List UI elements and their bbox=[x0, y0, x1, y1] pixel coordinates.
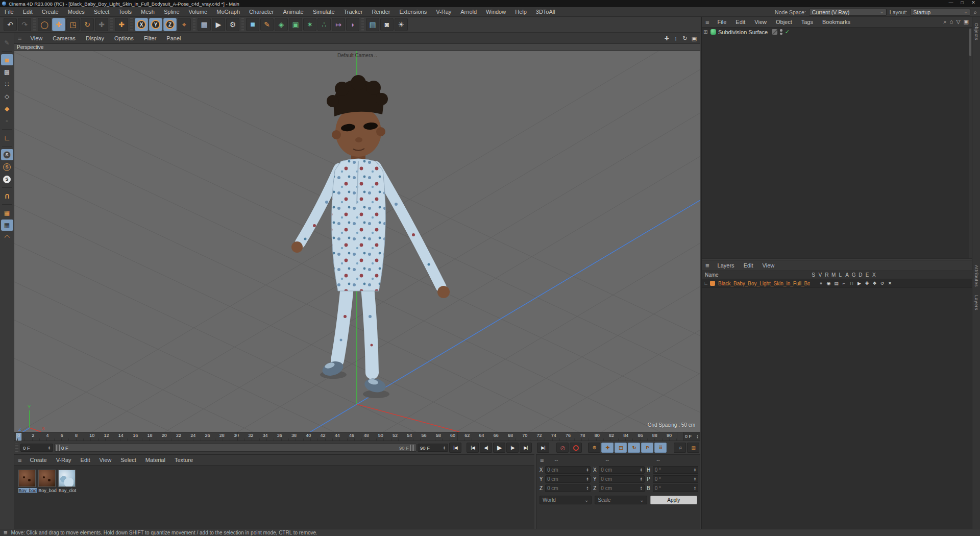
search-icon[interactable]: ⌕ bbox=[943, 18, 946, 25]
previous-frame-button[interactable]: ◀| bbox=[480, 443, 492, 453]
viewport-menu-item[interactable]: Filter bbox=[139, 35, 161, 41]
filter-icon[interactable]: ▽ bbox=[956, 18, 960, 25]
spline-pen-button[interactable]: ✎ bbox=[260, 18, 274, 31]
menu-item[interactable]: Tools bbox=[114, 9, 136, 15]
animation-icon[interactable]: ▶ bbox=[855, 281, 863, 286]
layers-menu-item[interactable]: Edit bbox=[739, 262, 758, 269]
tab-layers[interactable]: Layers bbox=[974, 292, 979, 313]
tab-objects[interactable]: Objects bbox=[974, 20, 979, 43]
keyframe-selection-button[interactable]: ⚙ bbox=[588, 443, 600, 453]
camera-button[interactable]: ◙ bbox=[380, 18, 394, 31]
menu-item[interactable]: Character bbox=[244, 9, 278, 15]
last-used-tool[interactable]: ✚ bbox=[115, 18, 128, 31]
material-menu-item[interactable]: Texture bbox=[170, 457, 198, 463]
menu-item[interactable]: File bbox=[0, 9, 18, 15]
layout-select[interactable]: Startup⌄ bbox=[910, 9, 970, 16]
range-start-handle[interactable] bbox=[56, 445, 60, 451]
make-editable-button[interactable]: ✎ bbox=[1, 37, 13, 48]
panel-icon[interactable]: ▣ bbox=[964, 18, 969, 25]
material-menu-item[interactable]: View bbox=[95, 457, 116, 463]
visibility-icon[interactable]: ◉ bbox=[825, 281, 832, 286]
menu-item[interactable]: Create bbox=[37, 9, 63, 15]
menu-item[interactable]: Window bbox=[481, 9, 510, 15]
rotate-view-icon[interactable]: ↻ bbox=[681, 35, 689, 42]
transform-mode-select[interactable]: Scale⌄ bbox=[595, 496, 647, 504]
key-parameter-toggle[interactable]: P bbox=[641, 443, 653, 453]
dolly-view-icon[interactable]: ↕ bbox=[672, 35, 680, 41]
enable-axis-button[interactable]: ∟ bbox=[1, 132, 13, 143]
previous-key-button[interactable]: |◀ bbox=[467, 443, 479, 453]
search-icon[interactable]: ⌕ bbox=[973, 9, 977, 16]
deformer-button[interactable]: ↦ bbox=[332, 18, 345, 31]
rotate-tool[interactable]: ↻ bbox=[81, 18, 94, 31]
expand-icon[interactable]: ⊞ bbox=[703, 29, 709, 35]
layer-row[interactable]: ∟ Black_Baby_Boy_Light_Skin_in_Full_Body… bbox=[702, 279, 972, 288]
tab-attributes[interactable]: Attributes bbox=[974, 262, 979, 290]
undo-button[interactable]: ↶ bbox=[4, 18, 17, 31]
next-key-button[interactable]: ▶| bbox=[520, 443, 532, 453]
hamburger-icon[interactable]: ≡ bbox=[702, 262, 713, 270]
goto-end-button[interactable]: ▶| bbox=[537, 443, 549, 453]
node-space-select[interactable]: Current (V-Ray)⌄ bbox=[809, 9, 887, 16]
lock-icon[interactable]: ⊓ bbox=[848, 281, 855, 286]
points-mode-button[interactable]: ∷ bbox=[1, 79, 13, 90]
home-icon[interactable]: ⌂ bbox=[949, 18, 953, 25]
visibility-dots[interactable] bbox=[780, 29, 782, 35]
size-z-field[interactable]: 0 cm▲▼ bbox=[599, 484, 644, 492]
object-manager-menu-item[interactable]: Object bbox=[771, 19, 797, 25]
rotation-p-field[interactable]: 0 °▲▼ bbox=[653, 475, 698, 483]
workplane-button[interactable]: ▦ bbox=[1, 207, 13, 218]
menu-item[interactable]: 3DToAll bbox=[531, 9, 560, 15]
render-view-button[interactable]: ▦ bbox=[198, 18, 211, 31]
sound-toggle[interactable]: ♫ bbox=[674, 443, 686, 453]
material-boy-cloth[interactable]: Boy_clot bbox=[58, 470, 77, 493]
position-x-field[interactable]: 0 cm▲▼ bbox=[545, 466, 591, 474]
viewport-canvas[interactable]: Y X Z Default Camera ∴ Grid Spacing : 50… bbox=[14, 51, 700, 432]
lock-workplane-button[interactable]: ▦ bbox=[1, 220, 13, 231]
render-to-picture-button[interactable]: ▶ bbox=[212, 18, 225, 31]
light-button[interactable]: ☀ bbox=[395, 18, 408, 31]
menu-item[interactable]: Tracker bbox=[339, 9, 368, 15]
expressions-icon[interactable]: ↺ bbox=[878, 281, 886, 286]
menu-item[interactable]: Help bbox=[510, 9, 531, 15]
object-manager-menu-item[interactable]: View bbox=[750, 19, 771, 25]
hamburger-icon[interactable]: ≡ bbox=[0, 529, 11, 536]
deformers-icon[interactable]: ❖ bbox=[871, 281, 878, 286]
menu-item[interactable]: Select bbox=[89, 9, 114, 15]
material-boy-body-selected[interactable]: Boy_bod bbox=[18, 470, 37, 493]
material-menu-item[interactable]: Material bbox=[141, 457, 170, 463]
material-menu-item[interactable]: Select bbox=[116, 457, 141, 463]
preview-range-slider[interactable]: 0 F 90 F bbox=[54, 444, 416, 452]
view-label[interactable]: Perspective bbox=[14, 44, 700, 51]
render-icon[interactable]: ▤ bbox=[832, 281, 840, 286]
material-boy-body[interactable]: Boy_bod bbox=[38, 470, 57, 493]
size-x-field[interactable]: 0 cm▲▼ bbox=[599, 466, 644, 474]
menu-item[interactable]: Animate bbox=[278, 9, 308, 15]
camera-label[interactable]: Default Camera ∴ bbox=[14, 53, 700, 58]
rotation-h-field[interactable]: 0 °▲▼ bbox=[653, 466, 698, 474]
minimize-button[interactable]: — bbox=[945, 0, 957, 5]
manager-icon[interactable]: ⌐ bbox=[840, 281, 848, 286]
object-manager-menu-item[interactable]: Tags bbox=[797, 19, 818, 25]
generators-icon[interactable]: ✚ bbox=[863, 281, 871, 286]
object-manager-menu-item[interactable]: File bbox=[713, 19, 731, 25]
scale-tool[interactable]: ◳ bbox=[66, 18, 80, 31]
material-menu-item[interactable]: V-Ray bbox=[52, 457, 76, 463]
solo-icon[interactable]: ● bbox=[817, 281, 825, 286]
end-frame-spinner[interactable]: 90 F ▲▼ bbox=[418, 444, 448, 452]
enabled-check-icon[interactable]: ✓ bbox=[785, 29, 790, 35]
workplane-transform-button[interactable]: ◠ bbox=[1, 232, 13, 243]
autokey-button[interactable] bbox=[570, 443, 582, 453]
mograph-button[interactable]: ✶ bbox=[303, 18, 316, 31]
menu-item[interactable]: Volume bbox=[184, 9, 212, 15]
coordinate-system-button[interactable]: ⌖ bbox=[178, 18, 191, 31]
material-tag-icon[interactable] bbox=[772, 29, 777, 35]
add-primitive-button[interactable]: ■ bbox=[246, 18, 259, 31]
hamburger-icon[interactable]: ≡ bbox=[14, 34, 26, 42]
keyframe-bar-button[interactable]: ▥ bbox=[687, 443, 699, 453]
hamburger-icon[interactable]: ≡ bbox=[702, 18, 713, 26]
menu-item[interactable]: Spline bbox=[159, 9, 184, 15]
menu-item[interactable]: Edit bbox=[18, 9, 37, 15]
play-button[interactable]: ▶ bbox=[493, 443, 505, 453]
material-menu-item[interactable]: Create bbox=[26, 457, 52, 463]
